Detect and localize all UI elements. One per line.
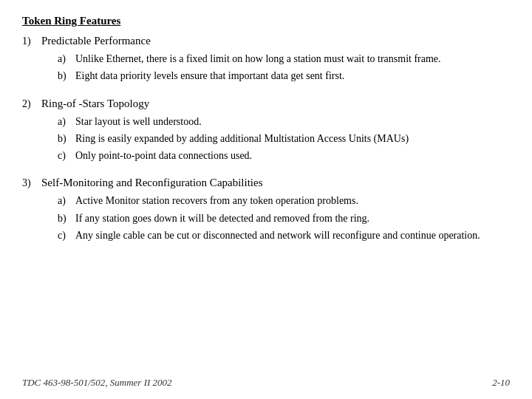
- item-text: Only point-to-point data connections use…: [75, 149, 252, 163]
- page: Token Ring Features 1) Predictable Perfo…: [0, 0, 532, 399]
- list-item: b) Ring is easily expanded by adding add…: [58, 132, 510, 146]
- footer: TDC 463-98-501/502, Summer II 2002 2-10: [22, 377, 510, 389]
- item-text: Ring is easily expanded by adding additi…: [75, 132, 409, 146]
- item-text: Unlike Ethernet, there is a fixed limit …: [75, 52, 441, 66]
- section-3-number: 3): [22, 177, 37, 189]
- section-3-title: Self-Monitoring and Reconfiguration Capa…: [41, 177, 263, 189]
- section-1: 1) Predictable Performance a) Unlike Eth…: [22, 35, 510, 84]
- list-item: c) Only point-to-point data connections …: [58, 149, 510, 163]
- item-text: Active Monitor station recovers from any…: [75, 194, 358, 208]
- item-label: a): [58, 195, 71, 207]
- section-2-items: a) Star layout is well understood. b) Ri…: [58, 115, 510, 164]
- list-item: c) Any single cable can be cut or discon…: [58, 228, 510, 243]
- item-label: c): [58, 230, 71, 242]
- list-item: b) Eight data priority levels ensure tha…: [58, 69, 510, 83]
- footer-left: TDC 463-98-501/502, Summer II 2002: [22, 377, 172, 389]
- section-1-number: 1): [22, 35, 37, 47]
- section-2-title: Ring-of -Stars Topology: [41, 98, 149, 110]
- section-3-items: a) Active Monitor station recovers from …: [58, 194, 510, 243]
- page-title: Token Ring Features: [22, 15, 510, 27]
- section-3-header: 3) Self-Monitoring and Reconfiguration C…: [22, 177, 510, 189]
- item-label: b): [58, 133, 71, 145]
- section-1-items: a) Unlike Ethernet, there is a fixed lim…: [58, 52, 510, 84]
- section-1-header: 1) Predictable Performance: [22, 35, 510, 47]
- item-text: Star layout is well understood.: [75, 115, 202, 129]
- section-3: 3) Self-Monitoring and Reconfiguration C…: [22, 177, 510, 243]
- item-label: a): [58, 53, 71, 65]
- item-text: Eight data priority levels ensure that i…: [75, 69, 344, 83]
- list-item: b) If any station goes down it will be d…: [58, 211, 510, 226]
- section-2: 2) Ring-of -Stars Topology a) Star layou…: [22, 98, 510, 164]
- section-2-number: 2): [22, 98, 37, 110]
- item-label: b): [58, 70, 71, 82]
- item-text: If any station goes down it will be dete…: [75, 211, 369, 226]
- list-item: a) Unlike Ethernet, there is a fixed lim…: [58, 52, 510, 66]
- list-item: a) Active Monitor station recovers from …: [58, 194, 510, 208]
- item-text: Any single cable can be cut or disconnec…: [75, 228, 480, 243]
- item-label: c): [58, 150, 71, 162]
- section-2-header: 2) Ring-of -Stars Topology: [22, 98, 510, 110]
- item-label: a): [58, 116, 71, 128]
- footer-right: 2-10: [492, 377, 510, 389]
- section-1-title: Predictable Performance: [41, 35, 151, 47]
- list-item: a) Star layout is well understood.: [58, 115, 510, 129]
- item-label: b): [58, 213, 71, 225]
